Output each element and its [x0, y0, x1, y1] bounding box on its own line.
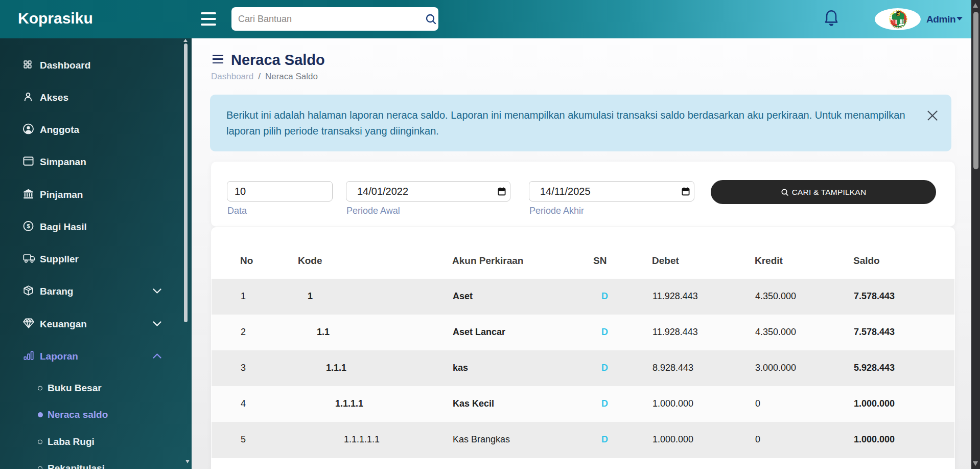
svg-text:$: $ — [27, 222, 30, 230]
